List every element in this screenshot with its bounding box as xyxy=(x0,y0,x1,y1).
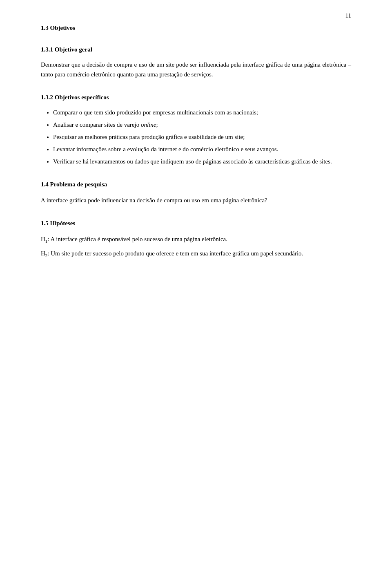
section-1-5: 1.5 Hipóteses H1: A interface gráfica é … xyxy=(41,220,351,259)
hypothesis-2-label: H2: Um site pode ter sucesso pelo produt… xyxy=(41,250,303,257)
section-1-3: 1.3 Objetivos xyxy=(41,25,351,31)
list-item: Levantar informações sobre a evolução da… xyxy=(53,144,351,154)
hypothesis-1-label: H1: A interface gráfica é responsável pe… xyxy=(41,236,227,242)
section-1-3-title: 1.3 Objetivos xyxy=(41,25,351,31)
section-1-4-title: 1.4 Problema de pesquisa xyxy=(41,181,351,188)
hypothesis-2: H2: Um site pode ter sucesso pelo produt… xyxy=(41,248,351,260)
section-1-4: 1.4 Problema de pesquisa A interface grá… xyxy=(41,181,351,205)
hypothesis-1: H1: A interface gráfica é responsável pe… xyxy=(41,234,351,245)
section-1-3-1-title: 1.3.1 Objetivo geral xyxy=(41,46,351,53)
section-1-5-title: 1.5 Hipóteses xyxy=(41,220,351,227)
list-item: Analisar e comparar sites de varejo onli… xyxy=(53,120,351,130)
section-1-3-2-title: 1.3.2 Objetivos específicos xyxy=(41,94,351,101)
objectives-list: Comparar o que tem sido produzido por em… xyxy=(53,107,351,166)
section-1-3-2: 1.3.2 Objetivos específicos Comparar o q… xyxy=(41,94,351,166)
page-number: 11 xyxy=(345,12,351,19)
list-item: Comparar o que tem sido produzido por em… xyxy=(53,107,351,117)
list-item: Verificar se há levantamentos ou dados q… xyxy=(53,157,351,166)
list-item: Pesquisar as melhores práticas para prod… xyxy=(53,132,351,142)
section-1-3-1-paragraph: Demonstrar que a decisão de compra e uso… xyxy=(41,60,351,79)
section-1-3-1: 1.3.1 Objetivo geral Demonstrar que a de… xyxy=(41,46,351,79)
section-1-4-paragraph: A interface gráfica pode influenciar na … xyxy=(41,195,351,205)
